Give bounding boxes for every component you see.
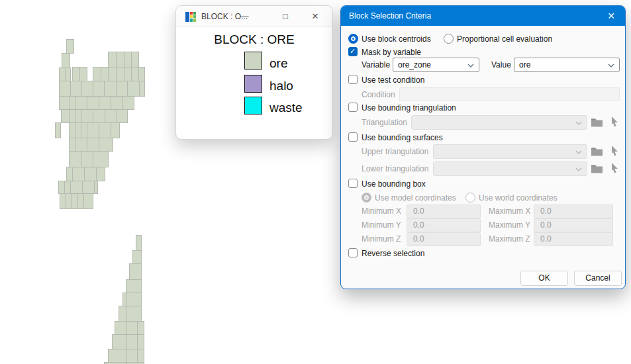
chevron-down-icon <box>467 64 474 68</box>
minimum-x-field[interactable]: 0.0 <box>407 205 481 218</box>
mask-by-variable-checkbox[interactable] <box>348 47 358 56</box>
variable-value: ore_zone <box>398 60 431 69</box>
maximum-y-value: 0.0 <box>540 220 552 230</box>
chevron-down-icon <box>575 167 582 171</box>
pick-cursor-icon[interactable] <box>608 116 620 127</box>
use-test-condition-checkbox[interactable] <box>348 75 358 84</box>
use-bounding-triangulation-checkbox[interactable] <box>348 103 358 112</box>
maximum-z-field[interactable]: 0.0 <box>534 232 613 246</box>
use-model-coordinates-radio[interactable] <box>362 193 371 203</box>
use-block-centroids-radio[interactable] <box>348 34 358 44</box>
use-block-centroids-label: Use block centroids <box>362 34 431 44</box>
use-bounding-surfaces-label: Use bounding surfaces <box>362 133 443 143</box>
dialog-close-button[interactable]: ✕ <box>597 6 625 26</box>
value-value: ore <box>519 60 530 69</box>
legend-label-halo: halo <box>269 79 293 93</box>
legend-label-ore: ore <box>269 56 287 71</box>
chevron-down-icon <box>608 64 614 68</box>
maximum-y-field[interactable]: 0.0 <box>534 218 613 232</box>
use-world-coordinates-label: Use world coordinates <box>479 193 558 203</box>
legend-label-waste: waste <box>269 101 303 115</box>
maximum-x-label: Maximum X <box>489 206 530 216</box>
legend-swatch-halo <box>244 75 262 93</box>
lower-triangulation-combobox[interactable] <box>433 161 587 176</box>
use-world-coordinates-radio[interactable] <box>465 193 475 203</box>
use-model-coordinates-label: Use model coordinates <box>375 193 456 203</box>
minimize-button[interactable]: — <box>236 9 253 24</box>
ok-button[interactable]: OK <box>520 271 568 286</box>
folder-browse-icon[interactable] <box>591 117 603 128</box>
maximize-button[interactable]: □ <box>277 9 294 24</box>
condition-input[interactable] <box>399 87 620 101</box>
legend-swatch-ore <box>244 52 262 69</box>
minimum-y-field[interactable]: 0.0 <box>407 218 481 232</box>
minimum-z-field[interactable]: 0.0 <box>407 232 481 246</box>
triangulation-label: Triangulation <box>362 118 407 128</box>
pick-cursor-icon[interactable] <box>608 163 620 173</box>
minimum-y-value: 0.0 <box>413 220 424 230</box>
use-bounding-box-checkbox[interactable] <box>348 179 358 188</box>
lower-triangulation-label: Lower triangulation <box>362 164 428 174</box>
proportional-cell-evaluation-label: Proportional cell evaluation <box>457 34 552 44</box>
value-label: Value <box>491 60 511 70</box>
maximum-x-field[interactable]: 0.0 <box>534 205 613 218</box>
legend-window: BLOCK : O... — □ ✕ BLOCK : ORE ore halo … <box>175 5 333 140</box>
variable-combobox[interactable]: ore_zone <box>393 58 479 72</box>
minimum-x-label: Minimum X <box>362 206 401 216</box>
block-model-app-icon <box>185 11 197 23</box>
value-combobox[interactable]: ore <box>514 58 620 72</box>
legend-swatch-waste <box>244 97 262 114</box>
mask-by-variable-label: Mask by variable <box>362 48 421 58</box>
use-bounding-triangulation-label: Use bounding triangulation <box>362 103 456 113</box>
use-bounding-surfaces-checkbox[interactable] <box>348 132 358 142</box>
reverse-selection-checkbox[interactable] <box>348 248 358 257</box>
condition-label: Condition <box>362 90 395 100</box>
maximum-z-label: Maximum Z <box>489 234 530 244</box>
maximum-z-value: 0.0 <box>540 234 552 244</box>
dialog-title: Block Selection Criteria <box>349 11 431 21</box>
proportional-cell-evaluation-radio[interactable] <box>444 34 454 44</box>
close-button[interactable]: ✕ <box>307 9 324 24</box>
minimum-z-label: Minimum Z <box>362 234 401 244</box>
folder-browse-icon[interactable] <box>591 163 603 174</box>
cancel-button[interactable]: Cancel <box>574 271 622 286</box>
chevron-down-icon <box>575 150 582 154</box>
maximum-x-value: 0.0 <box>540 206 552 216</box>
use-bounding-box-label: Use bounding box <box>362 179 426 189</box>
legend-titlebar[interactable]: BLOCK : O... — □ ✕ <box>176 6 332 27</box>
use-test-condition-label: Use test condition <box>362 75 424 85</box>
upper-triangulation-label: Upper triangulation <box>362 147 428 157</box>
minimum-y-label: Minimum Y <box>362 220 401 230</box>
block-selection-criteria-dialog: Block Selection Criteria ✕ Use block cen… <box>340 5 626 289</box>
legend-heading: BLOCK : ORE <box>176 32 332 47</box>
folder-browse-icon[interactable] <box>591 146 603 157</box>
chevron-down-icon <box>575 121 582 125</box>
upper-triangulation-combobox[interactable] <box>433 144 587 159</box>
dialog-titlebar[interactable]: Block Selection Criteria ✕ <box>341 6 625 26</box>
reverse-selection-label: Reverse selection <box>362 249 424 259</box>
minimum-x-value: 0.0 <box>413 206 424 216</box>
variable-label: Variable <box>362 60 390 70</box>
triangulation-combobox[interactable] <box>411 115 587 130</box>
minimum-z-value: 0.0 <box>413 234 424 244</box>
pick-cursor-icon[interactable] <box>608 146 620 156</box>
maximum-y-label: Maximum Y <box>489 220 530 230</box>
